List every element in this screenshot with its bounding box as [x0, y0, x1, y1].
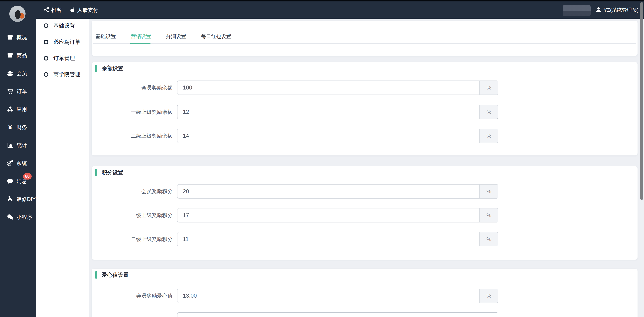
level1-parent-reward-points-input[interactable]: %	[177, 208, 498, 223]
tab-daily-redpacket-settings[interactable]: 每日红包设置	[201, 31, 231, 42]
form-row: 二级上级奖励余额 %	[92, 129, 638, 143]
members-icon	[7, 70, 13, 76]
form-row: 一级上级奖励积分 %	[92, 208, 638, 223]
form-row: 一级上级奖励余额 %	[92, 105, 638, 119]
member-reward-points-input[interactable]: %	[177, 184, 498, 199]
field-label: 一级上级奖励余额	[97, 105, 172, 119]
level1-parent-reward-balance-input[interactable]: %	[177, 105, 498, 119]
avatar[interactable]	[9, 6, 26, 22]
sidebar: 概况 商品 会员 订单 应用 ¥ 财务	[0, 0, 36, 317]
messages-count-badge: 60	[23, 173, 32, 180]
orders-cart-icon	[7, 88, 13, 94]
stats-chart-icon	[7, 142, 13, 148]
user-label: YZ(系统管理员)	[604, 7, 638, 13]
field-label: 二级上级奖励积分	[97, 232, 172, 246]
field-label: 会员奖励爱心值	[97, 289, 172, 303]
tabs-card: 基础设置 营销设置 分润设置 每日红包设置	[92, 21, 638, 56]
topnav-item-tuike[interactable]: 推客	[44, 1, 62, 19]
goods-box-icon	[7, 52, 13, 59]
section-title: 爱心值设置	[102, 271, 129, 279]
percent-suffix: %	[479, 129, 498, 143]
topnav-item-face-pay[interactable]: 人脸支付	[70, 1, 98, 19]
topnav-label: 人脸支付	[77, 7, 98, 13]
percent-suffix: %	[479, 185, 498, 198]
apple-icon	[70, 7, 76, 13]
member-reward-love-value-input[interactable]: %	[177, 289, 498, 303]
section-marker	[95, 271, 97, 279]
text-input[interactable]	[178, 232, 479, 246]
text-input[interactable]	[178, 289, 479, 303]
section-title: 余额设置	[102, 65, 123, 72]
sidebar-item-overview[interactable]: 概况	[0, 28, 36, 46]
text-input[interactable]	[178, 129, 479, 143]
sidebar-item-orders[interactable]: 订单	[0, 82, 36, 100]
form-row: 会员奖励余额 %	[92, 80, 638, 95]
tab-marketing-settings[interactable]: 营销设置	[131, 31, 151, 42]
field-label: 会员奖励积分	[97, 184, 172, 199]
sidebar-item-finance[interactable]: ¥ 财务	[0, 118, 36, 136]
section-marker	[95, 169, 97, 176]
percent-suffix: %	[479, 208, 498, 222]
submenu-item-basic-settings[interactable]: 基础设置	[36, 20, 89, 31]
sidebar-item-system[interactable]: 系统	[0, 154, 36, 172]
overview-box-icon	[7, 34, 13, 41]
field-label: 会员奖励余额	[97, 80, 172, 95]
user-menu[interactable]: YZ(系统管理员)	[596, 1, 638, 19]
sidebar-item-goods[interactable]: 商品	[0, 46, 36, 64]
circle-bullet-icon	[44, 39, 48, 44]
form-row: 会员奖励积分 %	[92, 184, 638, 199]
vertical-scrollbar-thumb[interactable]	[640, 2, 643, 200]
topbar: 推客 人脸支付 YZ(系统管理员)	[0, 1, 644, 19]
sidebar-item-members[interactable]: 会员	[0, 64, 36, 82]
percent-suffix: %	[479, 105, 498, 119]
sidebar-item-apps[interactable]: 应用	[0, 100, 36, 118]
section-title: 积分设置	[102, 169, 123, 176]
text-input[interactable]	[178, 208, 479, 222]
circle-bullet-icon	[44, 56, 48, 61]
apps-cubes-icon	[7, 106, 13, 112]
redacted-region	[563, 5, 590, 16]
member-reward-balance-input[interactable]: %	[177, 80, 498, 95]
user-icon	[596, 7, 602, 13]
circle-bullet-icon	[44, 23, 48, 28]
text-input[interactable]	[178, 81, 479, 94]
share-icon	[44, 7, 50, 13]
sidebar-item-decorate-diy[interactable]: 装修DIY	[0, 190, 36, 208]
tabs-underline-track	[93, 43, 636, 44]
field-label: 一级上级奖励积分	[97, 208, 172, 223]
text-input[interactable]	[178, 105, 479, 119]
tab-basic-settings[interactable]: 基础设置	[96, 31, 116, 42]
sidebar-item-messages[interactable]: 消息 60	[0, 172, 36, 190]
window-top-edge	[0, 0, 644, 1]
level2-parent-reward-balance-input[interactable]: %	[177, 129, 498, 143]
level2-parent-reward-points-input[interactable]: %	[177, 232, 498, 246]
percent-suffix: %	[479, 232, 498, 246]
circle-bullet-icon	[44, 72, 48, 77]
topnav-label: 推客	[52, 7, 62, 13]
text-input[interactable]	[178, 185, 479, 198]
miniprogram-wechat-icon	[7, 214, 13, 220]
field-label: 二级上级奖励余额	[97, 129, 172, 143]
system-gears-icon	[7, 160, 13, 166]
balance-settings-card: 余额设置 会员奖励余额 % 一级上级奖励余额 % 二级上级奖励余额 %	[92, 62, 638, 155]
submenu-item-order-management[interactable]: 订单管理	[36, 53, 89, 64]
love-value-settings-card: 爱心值设置 会员奖励爱心值 %	[92, 269, 638, 317]
messages-comment-icon	[7, 178, 13, 184]
submenu-item-biyingniao-orders[interactable]: 必应鸟订单	[36, 37, 89, 47]
tabs-row: 基础设置 营销设置 分润设置 每日红包设置	[96, 31, 246, 42]
percent-suffix: %	[479, 289, 498, 303]
sidebar-item-miniprogram[interactable]: 小程序	[0, 208, 36, 226]
admin-console-screen: 推客 人脸支付 YZ(系统管理员) 概况 商品	[0, 0, 644, 317]
finance-yen-icon: ¥	[7, 124, 13, 130]
form-row: 二级上级奖励积分 %	[92, 232, 638, 246]
sidebar-item-stats[interactable]: 统计	[0, 136, 36, 154]
form-row: 会员奖励爱心值 %	[92, 289, 638, 303]
next-row-input-clipped[interactable]	[177, 312, 498, 317]
tab-profit-settings[interactable]: 分润设置	[166, 31, 186, 42]
points-settings-card: 积分设置 会员奖励积分 % 一级上级奖励积分 % 二级上级奖励积分 %	[92, 166, 638, 260]
submenu-item-business-school[interactable]: 商学院管理	[36, 69, 89, 80]
tabs-active-underline	[130, 43, 150, 44]
section-marker	[95, 65, 97, 72]
percent-suffix: %	[479, 81, 498, 94]
decorate-tool-icon	[7, 196, 13, 202]
